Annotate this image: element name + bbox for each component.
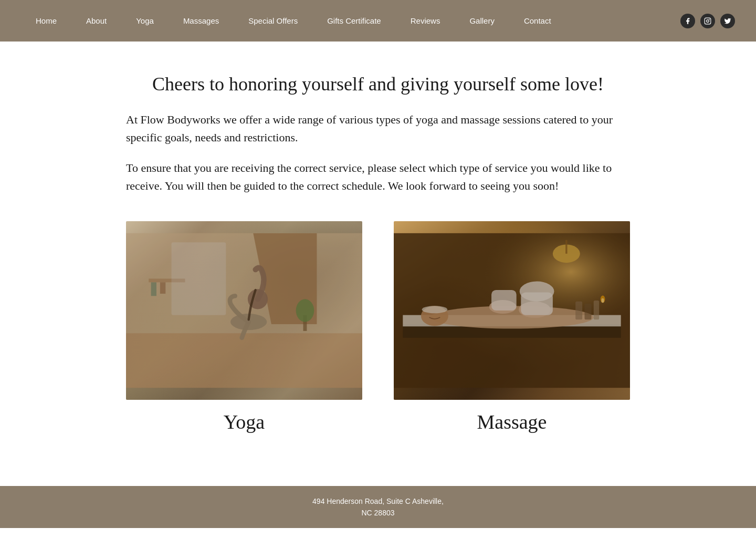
nav-about[interactable]: About	[71, 16, 121, 25]
massage-label: Massage	[477, 410, 547, 433]
footer-address: 494 Henderson Road, Suite C Asheville, N…	[312, 495, 444, 519]
hero-paragraph-2: To ensure that you are receiving the cor…	[126, 159, 630, 195]
yoga-card[interactable]: Yoga	[126, 221, 362, 433]
yoga-label: Yoga	[224, 410, 265, 433]
nav-reviews[interactable]: Reviews	[396, 16, 455, 25]
hero-paragraph-1: At Flow Bodyworks we offer a wide range …	[126, 111, 630, 147]
yoga-image	[126, 221, 362, 400]
nav-gifts-certificate[interactable]: Gifts Certificate	[312, 16, 396, 25]
massage-image	[394, 221, 630, 400]
nav-massages[interactable]: Massages	[169, 16, 234, 25]
footer-line2: NC 28803	[361, 509, 394, 517]
social-links	[680, 14, 735, 28]
service-cards: Yoga	[126, 221, 630, 433]
svg-point-2	[709, 18, 710, 19]
footer-line1: 494 Henderson Road, Suite C Asheville,	[312, 497, 444, 505]
svg-rect-34	[394, 233, 630, 388]
navigation: Home About Yoga Massages Special Offers …	[0, 0, 756, 42]
svg-point-1	[707, 19, 709, 22]
nav-links: Home About Yoga Massages Special Offers …	[21, 16, 680, 25]
main-content: Cheers to honoring yourself and giving y…	[63, 42, 693, 454]
nav-home[interactable]: Home	[21, 16, 71, 25]
nav-contact[interactable]: Contact	[509, 16, 566, 25]
facebook-icon[interactable]	[680, 14, 695, 28]
instagram-icon[interactable]	[700, 14, 715, 28]
hero-heading: Cheers to honoring yourself and giving y…	[126, 73, 630, 95]
svg-rect-14	[126, 233, 362, 388]
nav-gallery[interactable]: Gallery	[455, 16, 509, 25]
massage-card[interactable]: Massage	[394, 221, 630, 433]
twitter-icon[interactable]	[720, 14, 735, 28]
nav-yoga[interactable]: Yoga	[121, 16, 169, 25]
nav-special-offers[interactable]: Special Offers	[234, 16, 312, 25]
svg-rect-0	[705, 18, 711, 24]
footer: 494 Henderson Road, Suite C Asheville, N…	[0, 486, 756, 528]
